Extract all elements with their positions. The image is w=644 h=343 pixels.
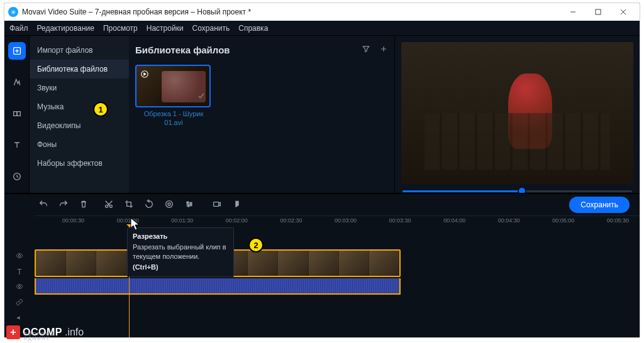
- link-icon[interactable]: [16, 298, 23, 308]
- svg-point-17: [190, 203, 192, 205]
- audio-clip[interactable]: [35, 278, 401, 295]
- delete-icon[interactable]: [79, 199, 89, 211]
- svg-point-13: [109, 205, 112, 207]
- timeline-ruler[interactable]: 00:00:30 00:01:00 00:01:30 00:02:00 00:0…: [35, 215, 640, 227]
- menu-file[interactable]: Файл: [9, 24, 28, 33]
- sidebar-item-backgrounds[interactable]: Фоны: [30, 135, 129, 154]
- svg-point-18: [187, 205, 189, 207]
- track-headers: T: [4, 227, 35, 337]
- timeline-toolbar: Сохранить: [4, 194, 640, 215]
- preview-video[interactable]: [401, 42, 633, 184]
- close-button[interactable]: [611, 4, 636, 20]
- titlebar: ✳ Movavi Video Suite – 7-дневная пробная…: [4, 3, 640, 21]
- preview-panel: 00:00:57.900 16:9 ˅: [394, 36, 640, 217]
- sidebar-item-effectsets[interactable]: Наборы эффектов: [30, 154, 129, 173]
- menu-edit[interactable]: Редактирование: [37, 24, 94, 33]
- svg-rect-2: [13, 112, 16, 116]
- record-icon[interactable]: [212, 199, 222, 211]
- redo-icon[interactable]: [58, 199, 69, 211]
- svg-point-21: [19, 286, 21, 288]
- svg-point-14: [166, 200, 173, 207]
- text-track-icon[interactable]: T: [17, 268, 21, 276]
- svg-rect-19: [214, 202, 219, 206]
- timeline-panel: Сохранить 00:00:30 00:01:00 00:01:30 00:…: [4, 193, 640, 337]
- app-window: ✳ Movavi Video Suite – 7-дневная пробная…: [4, 3, 640, 338]
- svg-point-16: [187, 202, 189, 204]
- sidebar-item-library[interactable]: Библиотека файлов: [30, 60, 129, 79]
- library-panel: Библиотека файлов Обрезка 1 - Шурик 01.a…: [129, 36, 394, 217]
- minimize-button[interactable]: [560, 4, 586, 20]
- speaker-track-icon[interactable]: [16, 314, 23, 324]
- library-header: Библиотека файлов: [135, 41, 388, 58]
- svg-rect-0: [596, 9, 601, 14]
- rail-titles-icon[interactable]: [8, 136, 26, 154]
- site-watermark: + OCOMP.info ВОПРОСЫ АДМИНУ: [6, 325, 84, 339]
- menu-save[interactable]: Сохранить: [192, 24, 230, 33]
- sliders-icon[interactable]: [184, 199, 194, 211]
- rail-effects-icon[interactable]: [8, 74, 26, 91]
- annotation-badge-1: 1: [93, 102, 108, 117]
- sidebar-item-music[interactable]: Музыка: [30, 97, 129, 116]
- watermark-plus-icon: +: [6, 325, 20, 339]
- rail-transitions-icon[interactable]: [8, 105, 26, 122]
- menubar: Файл Редактирование Просмотр Настройки С…: [4, 21, 640, 36]
- sidebar-item-import[interactable]: Импорт файлов: [30, 41, 129, 60]
- sidebar: Импорт файлов Библиотека файлов Звуки Му…: [30, 36, 129, 217]
- menu-help[interactable]: Справка: [238, 24, 268, 33]
- undo-icon[interactable]: [38, 199, 48, 211]
- tool-rail: [4, 36, 30, 217]
- add-icon[interactable]: [379, 45, 388, 55]
- marker-icon[interactable]: [232, 199, 242, 211]
- crop-icon[interactable]: [124, 199, 134, 211]
- svg-point-15: [168, 203, 170, 205]
- mouse-cursor-icon: [130, 217, 140, 231]
- check-icon: [197, 92, 206, 102]
- app-logo-icon: ✳: [8, 7, 18, 17]
- eye-icon[interactable]: [16, 252, 23, 261]
- menu-view[interactable]: Просмотр: [103, 24, 138, 33]
- window-title: Movavi Video Suite – 7-дневная пробная в…: [22, 8, 560, 16]
- rail-clock-icon[interactable]: [8, 168, 26, 185]
- color-icon[interactable]: [164, 199, 174, 211]
- media-thumb[interactable]: Обрезка 1 - Шурик 01.avi: [135, 65, 212, 128]
- rotate-icon[interactable]: [144, 199, 154, 211]
- eye-icon-2[interactable]: [16, 283, 23, 292]
- cut-tooltip: Разрезать Разрезать выбранный клип в тек…: [127, 227, 234, 277]
- media-thumb-label: Обрезка 1 - Шурик 01.avi: [135, 110, 212, 128]
- library-title: Библиотека файлов: [135, 45, 362, 55]
- filter-icon[interactable]: [362, 45, 370, 55]
- rail-import-icon[interactable]: [8, 42, 26, 60]
- sidebar-item-videoclips[interactable]: Видеоклипы: [30, 116, 129, 135]
- cut-icon[interactable]: [104, 199, 114, 211]
- play-overlay-icon: [140, 70, 149, 80]
- tracks-area[interactable]: [35, 227, 640, 337]
- svg-rect-3: [17, 112, 20, 116]
- save-button[interactable]: Сохранить: [569, 197, 630, 213]
- maximize-button[interactable]: [586, 4, 611, 20]
- sidebar-item-sounds[interactable]: Звуки: [30, 79, 129, 97]
- media-thumb-frame: [135, 65, 211, 107]
- annotation-badge-2: 2: [248, 237, 264, 253]
- svg-point-20: [19, 255, 21, 257]
- svg-point-12: [106, 205, 108, 207]
- menu-settings[interactable]: Настройки: [147, 24, 184, 33]
